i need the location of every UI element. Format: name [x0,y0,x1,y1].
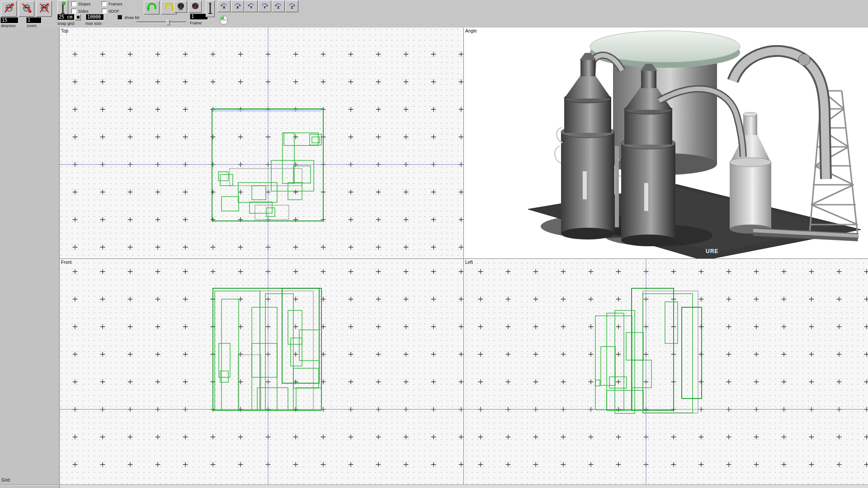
viewport-top-label: Top [61,28,68,33]
svg-text:Y: Y [250,5,253,9]
viewport-left-label: Left [465,260,473,265]
rotate-x-ccw-button[interactable]: X [217,0,231,12]
frame-input[interactable]: 1 [190,14,208,20]
brush-wireframe-rect[interactable] [230,169,302,186]
checkbox-row-show-bit: show bit [118,15,139,20]
undo-button[interactable] [144,1,160,14]
brush-wireframe-rect[interactable] [212,109,321,112]
brush-wireframe-rect[interactable] [218,172,228,181]
brush-wireframe-rect[interactable] [252,186,266,200]
snap-grid-select[interactable]: 25 cm [57,14,75,20]
top-viewport-canvas [60,28,463,258]
brush-wireframe-rect[interactable] [266,208,275,216]
dark-skull-button-1[interactable] [174,1,187,13]
checkbox-row-slopes: Slopes [71,1,91,6]
brush-wireframe-rect[interactable] [632,288,674,410]
skull-arrows-icon [20,2,33,16]
dark-skull-icon [176,2,186,12]
skull-tool-button-2[interactable] [19,1,34,17]
brush-wireframe-rect[interactable] [601,347,615,385]
left-viewport-canvas [464,259,868,484]
svg-text:Y: Y [263,5,266,9]
svg-text:X: X [223,5,226,9]
checkbox-row-frames: Frames [102,1,123,6]
redo-arrow-icon [163,2,175,14]
rotate-y-cw-button[interactable]: Y [258,0,271,12]
frame-label: Frame [190,21,202,25]
brush-wireframe-rect[interactable] [257,388,288,410]
slopes-label: Slopes [78,2,91,6]
6dof-checkbox[interactable] [102,9,107,14]
brush-wireframe-rect[interactable] [265,294,293,410]
brush-wireframe-rect[interactable] [252,343,277,377]
zoom-input[interactable]: 1 [26,17,42,23]
svg-text:Z: Z [291,5,293,9]
brush-wireframe-rect[interactable] [284,133,318,145]
sides-checkbox[interactable] [71,9,76,14]
show-bit-label: show bit [124,15,139,20]
skull-arrows-icon [3,2,15,16]
brush-wireframe-rect[interactable] [291,338,302,366]
sides-label: Sides [78,9,89,14]
svg-text:X: X [236,5,239,9]
brush-wireframe-rect[interactable] [213,288,321,410]
snap-grid-dropdown-button[interactable] [75,14,81,20]
bottom-scrollbar-strip[interactable] [60,484,868,488]
dark-skull-red-icon [190,2,200,12]
show-bit-checkbox[interactable] [118,15,123,20]
platform-watermark-text: URE [706,248,718,254]
brush-wireframe-rect[interactable] [682,307,702,399]
brush-wireframe-rect[interactable] [283,133,294,183]
viewport-front[interactable]: Front [60,259,463,484]
max-size-input[interactable]: 10000 [86,14,104,20]
pin-tool-button-2[interactable] [206,0,215,17]
degrees-input[interactable]: 15 [0,17,19,23]
max-size-label: max size [85,21,102,26]
6dof-label: 6DOF [108,9,119,14]
viewport-left[interactable]: Left [464,259,868,484]
frame-slider-handle[interactable] [166,19,170,25]
brush-wireframe-rect[interactable] [595,380,600,386]
brush-wireframe-rect[interactable] [271,160,314,191]
dark-skull-button-2[interactable] [189,1,202,13]
pin-dark-icon [207,1,213,16]
brush-wireframe-rect[interactable] [643,291,698,413]
skull-arrows-icon [38,2,51,16]
svg-text:Z: Z [277,5,279,9]
dropdown-arrow-icon [77,16,80,19]
viewport-top[interactable]: Top [60,28,463,258]
brush-wireframe-rect[interactable] [607,390,643,410]
brush-wireframe-rect[interactable] [643,294,693,413]
brush-wireframe-rect[interactable] [212,109,323,221]
slopes-checkbox[interactable] [71,1,76,6]
brush-wireframe-rect[interactable] [293,368,319,388]
skull-tool-button-1[interactable] [1,1,17,17]
brush-wireframe-rect[interactable] [665,302,678,343]
industrial-refinery-render [464,28,868,258]
rotate-z-cw-button[interactable]: Z [285,0,298,12]
rotate-x-cw-button[interactable]: X [231,0,244,12]
brush-wireframe-rect[interactable] [252,307,277,410]
viewport-angle[interactable]: Angle URE [464,28,868,258]
rotate-buttons-group: XXYYZZ [217,0,299,13]
viewport-angle-label: Angle [465,28,477,33]
horizontal-splitter[interactable] [60,258,868,259]
checkbox-row-sides: Sides [71,9,89,14]
frames-label: Frames [108,2,123,6]
checkbox-row-6dof: 6DOF [102,9,119,14]
brush-wireframe-rect[interactable] [288,310,302,344]
vertical-splitter[interactable] [463,28,464,484]
toolbar: 15 degrees 1 zoom Slopes Sides Frames 6D… [0,0,868,28]
brush-wireframe-rect[interactable] [222,197,239,211]
skull-tool-button-3[interactable] [36,1,52,17]
frame-slider-track[interactable] [137,21,186,23]
frames-checkbox[interactable] [102,1,107,6]
status-groove-line [0,484,59,485]
rotate-y-ccw-button[interactable]: Y [245,0,258,12]
brush-wireframe-rect[interactable] [296,388,321,410]
mouse-icon [218,14,229,27]
brush-wireframe-rect[interactable] [220,174,233,186]
brush-wireframe-rect[interactable] [282,288,319,383]
rotate-z-ccw-button[interactable]: Z [272,0,285,12]
grid-status-text: Grid [1,478,10,483]
